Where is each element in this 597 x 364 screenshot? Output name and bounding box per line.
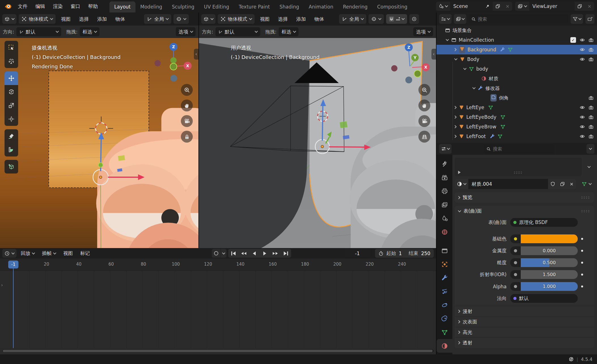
snap-settings-icon[interactable] — [395, 16, 401, 22]
new-material-button[interactable] — [558, 179, 567, 189]
viewport-3d-region[interactable]: 用户透视 (-1) DeviceCollection | Background … — [199, 38, 436, 248]
tool-rotate[interactable] — [5, 85, 18, 99]
viewport-3d-region[interactable]: 摄像机透视 (-1) DeviceCollection | Background… — [0, 38, 198, 248]
previous-keyframe-button[interactable] — [239, 249, 249, 258]
filter-type-dropdown[interactable] — [454, 14, 466, 24]
auto-key-button[interactable] — [212, 249, 221, 258]
editor-type-button[interactable] — [201, 14, 215, 24]
base-color-swatch[interactable] — [521, 234, 578, 243]
pan-button[interactable] — [181, 100, 193, 111]
outliner-row-material[interactable]: 材质 — [437, 74, 597, 83]
resize-grip[interactable] — [513, 171, 523, 174]
animate-dot[interactable] — [578, 238, 586, 240]
disable-render-icon[interactable] — [588, 95, 594, 100]
normal-button[interactable]: 默认 — [510, 294, 578, 303]
tab-scene[interactable] — [437, 211, 452, 225]
menu-edit[interactable]: 编辑 — [32, 2, 49, 10]
jump-to-end-button[interactable] — [281, 249, 291, 258]
expand-icon[interactable] — [472, 86, 475, 89]
menu-add[interactable]: 添加 — [293, 14, 309, 24]
end-value[interactable]: 250 — [421, 251, 430, 256]
outliner-row-lefteyebrow[interactable]: LeftEyeBrow — [437, 122, 597, 132]
material-slots-list[interactable] — [455, 158, 582, 176]
tab-compositing[interactable]: Compositing — [372, 1, 412, 12]
sidebar-collapse-handle[interactable]: ‹ — [194, 49, 198, 60]
alpha-slider[interactable]: 1.000 — [510, 282, 578, 291]
tool-select-box[interactable] — [5, 41, 18, 54]
outliner-row-modifiers[interactable]: 修改器 — [437, 83, 597, 93]
link-mesh-dropdown[interactable] — [579, 179, 594, 189]
filter-button[interactable] — [571, 14, 583, 24]
sidebar-collapse-handle[interactable]: ‹ — [431, 49, 436, 60]
menu-render[interactable]: 渲染 — [49, 2, 66, 10]
menu-select[interactable]: 选择 — [76, 14, 92, 24]
editor-type-button[interactable] — [2, 249, 16, 258]
animate-dot[interactable] — [578, 274, 586, 276]
tab-rendering[interactable]: Rendering — [338, 1, 372, 12]
scene-unlink-button[interactable] — [503, 2, 512, 11]
outliner-row-lefteye[interactable]: LeftEye — [437, 103, 597, 112]
tool-annotate[interactable] — [5, 129, 18, 143]
jump-to-start-button[interactable] — [228, 249, 239, 258]
menu-file[interactable]: 文件 — [14, 2, 31, 10]
disable-render-icon[interactable] — [588, 105, 594, 110]
expand-icon[interactable] — [453, 115, 456, 118]
play-button[interactable] — [260, 249, 270, 258]
auto-key-dropdown[interactable] — [221, 249, 226, 258]
expand-icon[interactable] — [453, 135, 456, 138]
expand-icon[interactable] — [453, 125, 456, 128]
expand-icon[interactable] — [453, 48, 456, 51]
playhead-badge[interactable]: -1 — [8, 261, 18, 268]
viewlayer-new-button[interactable] — [575, 2, 585, 11]
unlink-material-button[interactable] — [567, 179, 576, 189]
browse-material-button[interactable] — [455, 179, 468, 189]
menu-help[interactable]: 帮助 — [84, 2, 101, 10]
tab-texture-paint[interactable]: Texture Paint — [234, 1, 275, 12]
tab-object-data[interactable] — [437, 325, 452, 339]
tab-layout[interactable]: Layout — [109, 1, 136, 12]
disable-render-icon[interactable] — [588, 124, 594, 129]
menu-view[interactable]: 视图 — [60, 249, 76, 258]
menu-view[interactable]: 视图 — [58, 14, 74, 24]
mode-dropdown[interactable]: 物体模式 — [19, 14, 56, 24]
tab-animation[interactable]: Animation — [304, 1, 338, 12]
disable-render-icon[interactable] — [588, 115, 594, 120]
camera-view-button[interactable] — [418, 115, 430, 127]
disable-render-icon[interactable] — [588, 37, 594, 43]
tab-world[interactable] — [437, 225, 452, 239]
display-mode-dropdown[interactable] — [439, 14, 452, 24]
outliner-row-maincollection[interactable]: MainCollection ✓ — [437, 35, 597, 45]
tab-output[interactable] — [437, 184, 452, 198]
viewlayer-name-field[interactable]: ViewLayer — [529, 2, 575, 11]
editor-type-button[interactable] — [2, 14, 16, 24]
hide-eye-icon[interactable] — [580, 57, 585, 62]
outliner-row-bevel[interactable]: 倒角 — [437, 93, 597, 103]
tool-add-cube[interactable] — [5, 160, 18, 173]
disable-render-icon[interactable] — [588, 134, 594, 139]
metallic-slider[interactable]: 0.000 — [510, 246, 578, 255]
camera-lock-button[interactable] — [181, 131, 193, 143]
snap-toggle-icon[interactable] — [389, 16, 394, 22]
expand-icon[interactable] — [453, 106, 456, 109]
expand-icon[interactable] — [446, 38, 449, 41]
menu-marker[interactable]: 标记 — [77, 249, 93, 258]
material-name-field[interactable]: 材质.004 — [468, 179, 548, 189]
tab-modeling[interactable]: Modeling — [136, 1, 167, 12]
panel-grip[interactable] — [581, 210, 590, 212]
tab-view-layer[interactable] — [437, 198, 452, 211]
outliner-search[interactable] — [469, 14, 568, 24]
orientation-dropdown[interactable]: 全局 — [339, 14, 366, 24]
camera-view-button[interactable] — [181, 115, 193, 127]
channel-expand-arrow[interactable]: › — [1, 283, 3, 288]
tool-transform[interactable] — [5, 112, 18, 126]
animate-dot[interactable] — [578, 285, 586, 287]
menu-select[interactable]: 选择 — [275, 14, 291, 24]
drag-dropdown[interactable]: 框选 — [279, 27, 298, 36]
outliner-row-leftfoot[interactable]: LeftFoot — [437, 132, 597, 141]
current-frame-field[interactable]: -1 — [344, 249, 371, 258]
drag-dropdown[interactable]: 框选 — [80, 27, 99, 36]
tool-scale[interactable] — [5, 99, 18, 112]
viewlayer-browse-button[interactable] — [515, 2, 529, 11]
orientation-dropdown[interactable]: 全局 — [144, 14, 171, 24]
viewlayer-remove-button[interactable] — [585, 2, 594, 11]
